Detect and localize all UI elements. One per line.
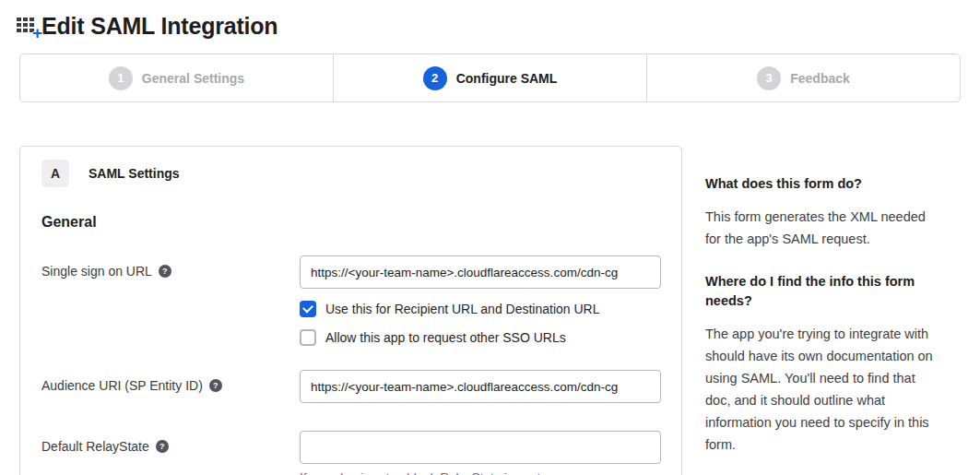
help-icon[interactable]: ?	[159, 265, 171, 278]
recipient-url-checkbox-row: Use this for Recipient URL and Destinati…	[300, 301, 661, 317]
app-grid-plus-icon: +	[17, 18, 37, 35]
other-sso-urls-checkbox[interactable]	[300, 329, 316, 346]
other-sso-urls-checkbox-label[interactable]: Allow this app to request other SSO URLs	[325, 330, 566, 345]
help-icon[interactable]: ?	[209, 379, 222, 392]
field-row-audience-uri: Audience URI (SP Entity ID) ?	[41, 370, 660, 403]
relaystate-input[interactable]	[300, 431, 661, 464]
audience-uri-controls	[300, 370, 661, 403]
help-sidebar: What does this form do? This form genera…	[705, 146, 936, 475]
audience-uri-input[interactable]	[300, 370, 661, 403]
field-row-default-relaystate: Default RelayState ? If no value is set,…	[41, 431, 660, 475]
wizard-step-feedback[interactable]: 3 Feedback	[647, 54, 960, 101]
relaystate-label-group: Default RelayState ?	[41, 431, 300, 475]
help-body-what: This form generates the XML needed for t…	[705, 206, 936, 250]
recipient-url-checkbox[interactable]	[300, 301, 316, 317]
help-heading-what: What does this form do?	[705, 174, 936, 194]
relaystate-hint: If no value is set, a blank RelayState i…	[300, 470, 661, 475]
recipient-url-checkbox-label[interactable]: Use this for Recipient URL and Destinati…	[325, 302, 600, 316]
section-title: SAML Settings	[89, 166, 180, 181]
field-row-sso-url: Single sign on URL ? Use this for Recipi…	[41, 255, 660, 346]
wizard-step-general-settings[interactable]: 1 General Settings	[20, 54, 334, 101]
relaystate-label: Default RelayState	[41, 439, 149, 455]
help-heading-where: Where do I find the info this form needs…	[705, 272, 936, 311]
page-title: Edit SAML Integration	[41, 13, 277, 40]
wizard-step-configure-saml[interactable]: 2 Configure SAML	[334, 54, 647, 101]
sso-url-label: Single sign on URL	[41, 264, 152, 279]
saml-settings-panel: A SAML Settings General Single sign on U…	[19, 146, 682, 475]
plus-icon: +	[32, 24, 42, 42]
audience-uri-label-group: Audience URI (SP Entity ID) ?	[41, 370, 300, 403]
step-number-badge: 1	[109, 66, 133, 90]
step-wizard: 1 General Settings 2 Configure SAML 3 Fe…	[19, 53, 961, 102]
step-number-badge: 2	[423, 66, 447, 90]
sso-url-input[interactable]	[300, 255, 661, 289]
relaystate-controls: If no value is set, a blank RelayState i…	[300, 431, 661, 475]
sso-url-controls: Use this for Recipient URL and Destinati…	[300, 255, 661, 346]
step-label: General Settings	[142, 71, 244, 86]
page-header: + Edit SAML Integration	[0, 0, 980, 44]
step-label: Feedback	[790, 71, 850, 86]
section-header: A SAML Settings	[41, 160, 660, 187]
section-badge-a: A	[41, 160, 69, 187]
step-label: Configure SAML	[456, 71, 558, 86]
audience-uri-label: Audience URI (SP Entity ID)	[41, 378, 203, 394]
help-body-where: The app you're trying to integrate with …	[705, 323, 936, 456]
main-content: A SAML Settings General Single sign on U…	[19, 146, 961, 475]
help-icon[interactable]: ?	[156, 440, 169, 453]
other-sso-urls-checkbox-row: Allow this app to request other SSO URLs	[300, 329, 661, 346]
general-group-heading: General	[41, 214, 660, 231]
step-number-badge: 3	[757, 66, 781, 90]
sso-url-label-group: Single sign on URL ?	[41, 255, 300, 346]
